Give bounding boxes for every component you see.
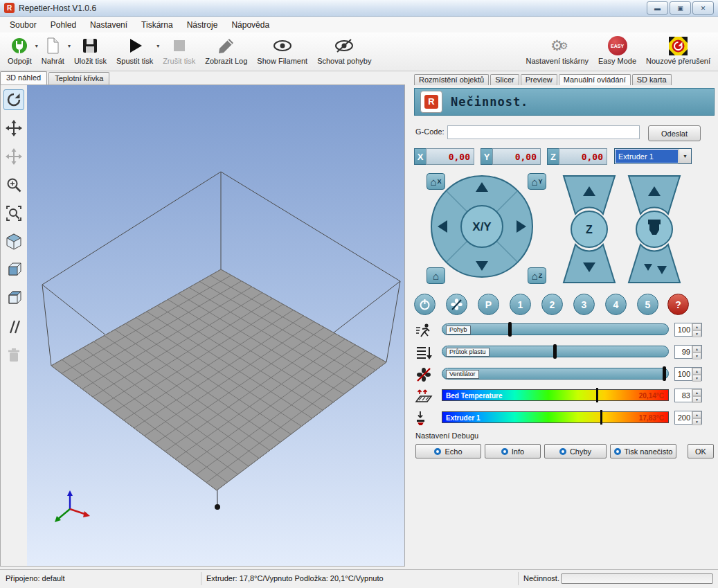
xy-jog-pad[interactable]: X/Y	[429, 172, 535, 280]
show-log-button[interactable]: Zobrazit Log	[200, 35, 252, 66]
maximize-button[interactable]: ▣	[670, 1, 691, 15]
menu-soubor[interactable]: Soubor	[3, 18, 44, 32]
easy-mode-button[interactable]: EASY Easy Mode	[593, 35, 641, 66]
axis-indicator-icon	[55, 490, 90, 522]
spinner-up-icon[interactable]: ▲	[692, 346, 701, 353]
main-area: 3D náhled Teplotní křivka	[0, 71, 718, 569]
tab-temperature-curve[interactable]: Teplotní křivka	[48, 72, 109, 84]
power-button[interactable]	[414, 294, 436, 315]
minimize-button[interactable]: ▬	[647, 1, 668, 15]
flow-spinner[interactable]: 99 ▲▼	[674, 345, 702, 359]
speed-slider[interactable]: Pohyb	[442, 323, 669, 335]
speed-spinner[interactable]: 100 ▲▼	[674, 323, 702, 337]
extruder-temp-bar[interactable]: Extruder 1 17,83°C	[442, 411, 669, 423]
spinner-down-icon[interactable]: ▼	[692, 418, 701, 425]
view-tool-strip	[1, 85, 27, 566]
spinner-down-icon[interactable]: ▼	[692, 375, 701, 382]
spinner-up-icon[interactable]: ▲	[692, 368, 701, 375]
chevron-down-icon[interactable]: ▼	[679, 149, 691, 163]
spinner-down-icon[interactable]: ▼	[692, 396, 701, 403]
emergency-stop-button[interactable]: Nouzové přerušení	[641, 35, 715, 66]
extruder-temp-spinner[interactable]: 200 ▲▼	[674, 411, 702, 425]
svg-text:Z: Z	[586, 224, 593, 235]
menu-pohled[interactable]: Pohled	[44, 18, 83, 32]
flow-slider-handle[interactable]	[553, 344, 557, 359]
printer-settings-button[interactable]: ⚙⚙ Nastavení tiskárny	[521, 35, 593, 66]
activity-status: Nečinnost.	[523, 574, 559, 582]
debug-info-toggle[interactable]: Info	[485, 444, 541, 458]
parallel-projection-button[interactable]	[3, 317, 24, 337]
move-object-icon	[6, 148, 22, 165]
preset-3-button[interactable]: 3	[573, 294, 595, 315]
debug-echo-toggle[interactable]: Echo	[415, 444, 481, 458]
show-filament-button[interactable]: Show Filament	[252, 35, 312, 66]
tab-preview[interactable]: Preview	[521, 74, 557, 85]
preset-1-button[interactable]: 1	[510, 294, 531, 315]
move-icon	[6, 120, 22, 136]
printer-status-header: R Nečinnost.	[414, 88, 715, 116]
load-button[interactable]: ▾ Nahrát	[37, 35, 69, 66]
fan-slider[interactable]: Ventilátor	[442, 368, 669, 380]
floppy-icon	[81, 36, 99, 55]
z-coord-label: Z	[547, 148, 559, 165]
bed-temp-marker[interactable]	[596, 388, 598, 402]
heated-bed-icon	[415, 388, 433, 404]
move-view-button[interactable]	[3, 118, 24, 139]
bed-temp-spinner[interactable]: 83 ▲▼	[674, 389, 702, 402]
debug-errors-toggle[interactable]: Chyby	[544, 444, 607, 458]
speed-icon	[415, 322, 433, 339]
parallel-icon	[6, 319, 22, 335]
3d-viewport[interactable]	[27, 85, 404, 566]
extruder-select[interactable]: Extruder 1 ▼	[614, 148, 692, 164]
debug-dry-run-toggle[interactable]: Tisk nanečisto	[610, 444, 676, 458]
front-view-button[interactable]	[3, 260, 24, 280]
save-print-button[interactable]: Uložit tisk	[69, 35, 111, 66]
park-button[interactable]: P	[478, 294, 499, 315]
spinner-up-icon[interactable]: ▲	[692, 389, 701, 396]
fan-slider-handle[interactable]	[663, 366, 666, 381]
help-button[interactable]: ?	[667, 294, 689, 315]
preset-2-button[interactable]: 2	[541, 294, 563, 315]
tab-object-placement[interactable]: Rozmístění objektů	[414, 74, 489, 85]
speed-slider-handle[interactable]	[508, 322, 512, 337]
spinner-up-icon[interactable]: ▲	[692, 411, 701, 418]
tab-3d-view[interactable]: 3D náhled	[0, 71, 47, 84]
isometric-view-button[interactable]	[3, 231, 24, 252]
menu-tiskarna[interactable]: Tiskárna	[134, 18, 180, 32]
start-print-button[interactable]: ▾ Spustit tisk	[111, 35, 158, 66]
flow-slider[interactable]: Průtok plastu	[442, 346, 669, 357]
zoom-in-button[interactable]	[3, 175, 24, 195]
menu-nastroje[interactable]: Nástroje	[180, 18, 225, 32]
spinner-up-icon[interactable]: ▲	[692, 323, 701, 330]
extruder-jog-pad[interactable]	[625, 174, 683, 285]
preset-5-button[interactable]: 5	[637, 294, 658, 315]
app-icon: R	[4, 3, 15, 13]
print-bed-scene	[27, 85, 404, 566]
hide-travel-button[interactable]: Schovat pohyby	[312, 35, 376, 66]
spinner-down-icon[interactable]: ▼	[692, 330, 701, 337]
menu-napoveda[interactable]: Nápověda	[224, 18, 276, 32]
send-gcode-button[interactable]: Odeslat	[648, 125, 701, 141]
menu-nastaveni[interactable]: Nastavení	[83, 18, 134, 32]
gcode-input[interactable]	[447, 125, 640, 139]
preset-4-button[interactable]: 4	[605, 294, 627, 315]
close-button[interactable]: ✕	[692, 1, 714, 15]
fan-off-button[interactable]	[446, 294, 467, 315]
disconnect-button[interactable]: ▾ Odpojit	[3, 35, 37, 66]
left-content	[0, 84, 405, 567]
tab-slicer[interactable]: Slicer	[490, 74, 519, 85]
z-jog-pad[interactable]: Z	[560, 174, 618, 285]
tab-manual-control[interactable]: Manuální ovládání	[559, 74, 631, 85]
fan-spinner[interactable]: 100 ▲▼	[674, 367, 702, 381]
extruder-temp-marker[interactable]	[600, 410, 602, 425]
spinner-down-icon[interactable]: ▼	[692, 353, 701, 359]
top-view-button[interactable]	[3, 288, 24, 309]
tab-sd-card[interactable]: SD karta	[632, 74, 672, 85]
rotate-view-button[interactable]	[3, 89, 24, 110]
repetier-logo-icon: R	[420, 91, 442, 113]
zoom-fit-button[interactable]	[3, 203, 24, 224]
bed-temp-bar[interactable]: Bed Temperature 20,14°C	[442, 389, 669, 401]
extruder-extrude-button[interactable]	[629, 244, 680, 283]
right-panel: Rozmístění objektů Slicer Preview Manuál…	[411, 71, 718, 569]
debug-ok-button[interactable]: OK	[688, 444, 714, 458]
